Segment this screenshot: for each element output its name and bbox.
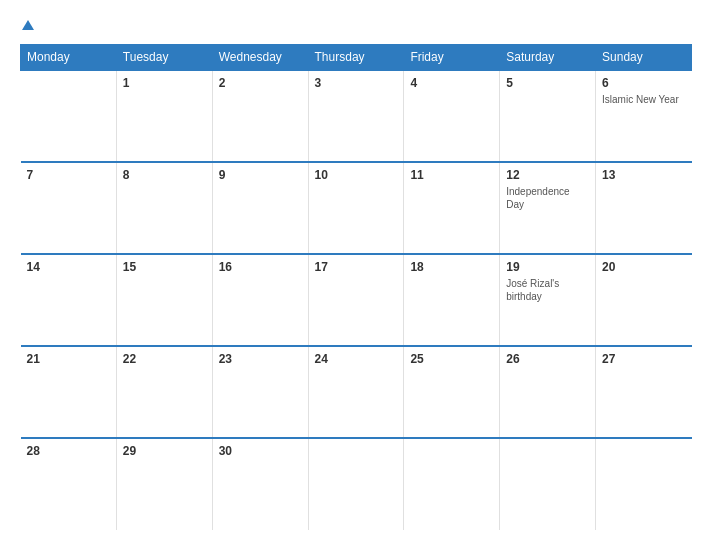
- calendar-cell: [404, 438, 500, 530]
- event-label: José Rizal's birthday: [506, 277, 589, 303]
- weekday-header: Monday: [21, 45, 117, 71]
- calendar-cell: 6Islamic New Year: [596, 70, 692, 162]
- day-number: 13: [602, 168, 685, 182]
- day-number: 22: [123, 352, 206, 366]
- calendar-cell: 11: [404, 162, 500, 254]
- weekday-header: Sunday: [596, 45, 692, 71]
- day-number: 10: [315, 168, 398, 182]
- calendar-body: 123456Islamic New Year789101112Independe…: [21, 70, 692, 530]
- day-number: 16: [219, 260, 302, 274]
- day-number: 23: [219, 352, 302, 366]
- event-label: Independence Day: [506, 185, 589, 211]
- calendar-cell: 15: [116, 254, 212, 346]
- calendar-cell: 20: [596, 254, 692, 346]
- day-number: 24: [315, 352, 398, 366]
- calendar-cell: 5: [500, 70, 596, 162]
- day-number: 28: [27, 444, 110, 458]
- calendar-cell: 2: [212, 70, 308, 162]
- week-row: 21222324252627: [21, 346, 692, 438]
- weekday-row: MondayTuesdayWednesdayThursdayFridaySatu…: [21, 45, 692, 71]
- calendar-cell: 26: [500, 346, 596, 438]
- week-row: 123456Islamic New Year: [21, 70, 692, 162]
- calendar-header: MondayTuesdayWednesdayThursdayFridaySatu…: [21, 45, 692, 71]
- calendar-cell: 27: [596, 346, 692, 438]
- calendar-cell: 28: [21, 438, 117, 530]
- weekday-header: Tuesday: [116, 45, 212, 71]
- calendar-cell: [308, 438, 404, 530]
- calendar-cell: 19José Rizal's birthday: [500, 254, 596, 346]
- day-number: 11: [410, 168, 493, 182]
- calendar-table: MondayTuesdayWednesdayThursdayFridaySatu…: [20, 44, 692, 530]
- calendar-cell: 12Independence Day: [500, 162, 596, 254]
- day-number: 4: [410, 76, 493, 90]
- calendar-cell: 8: [116, 162, 212, 254]
- calendar-cell: 14: [21, 254, 117, 346]
- logo: [20, 20, 34, 30]
- day-number: 3: [315, 76, 398, 90]
- day-number: 2: [219, 76, 302, 90]
- day-number: 21: [27, 352, 110, 366]
- weekday-header: Saturday: [500, 45, 596, 71]
- calendar-cell: 16: [212, 254, 308, 346]
- calendar-cell: 29: [116, 438, 212, 530]
- week-row: 789101112Independence Day13: [21, 162, 692, 254]
- calendar-cell: 25: [404, 346, 500, 438]
- calendar-cell: 21: [21, 346, 117, 438]
- calendar-cell: 9: [212, 162, 308, 254]
- day-number: 25: [410, 352, 493, 366]
- day-number: 12: [506, 168, 589, 182]
- day-number: 7: [27, 168, 110, 182]
- day-number: 18: [410, 260, 493, 274]
- calendar-cell: 13: [596, 162, 692, 254]
- week-row: 141516171819José Rizal's birthday20: [21, 254, 692, 346]
- calendar-cell: 4: [404, 70, 500, 162]
- calendar-cell: 1: [116, 70, 212, 162]
- day-number: 20: [602, 260, 685, 274]
- calendar-cell: 18: [404, 254, 500, 346]
- day-number: 6: [602, 76, 685, 90]
- calendar-cell: 22: [116, 346, 212, 438]
- weekday-header: Friday: [404, 45, 500, 71]
- day-number: 8: [123, 168, 206, 182]
- day-number: 9: [219, 168, 302, 182]
- day-number: 1: [123, 76, 206, 90]
- week-row: 282930: [21, 438, 692, 530]
- day-number: 19: [506, 260, 589, 274]
- day-number: 29: [123, 444, 206, 458]
- event-label: Islamic New Year: [602, 93, 685, 106]
- calendar-cell: 10: [308, 162, 404, 254]
- weekday-header: Wednesday: [212, 45, 308, 71]
- calendar-cell: 23: [212, 346, 308, 438]
- calendar-cell: 24: [308, 346, 404, 438]
- day-number: 26: [506, 352, 589, 366]
- day-number: 27: [602, 352, 685, 366]
- day-number: 17: [315, 260, 398, 274]
- calendar-cell: 3: [308, 70, 404, 162]
- day-number: 15: [123, 260, 206, 274]
- logo-triangle-icon: [22, 20, 34, 30]
- calendar-cell: [500, 438, 596, 530]
- calendar-cell: 17: [308, 254, 404, 346]
- calendar-cell: [596, 438, 692, 530]
- calendar-cell: 30: [212, 438, 308, 530]
- day-number: 14: [27, 260, 110, 274]
- calendar-cell: 7: [21, 162, 117, 254]
- calendar-cell: [21, 70, 117, 162]
- page-header: [20, 20, 692, 30]
- day-number: 5: [506, 76, 589, 90]
- weekday-header: Thursday: [308, 45, 404, 71]
- day-number: 30: [219, 444, 302, 458]
